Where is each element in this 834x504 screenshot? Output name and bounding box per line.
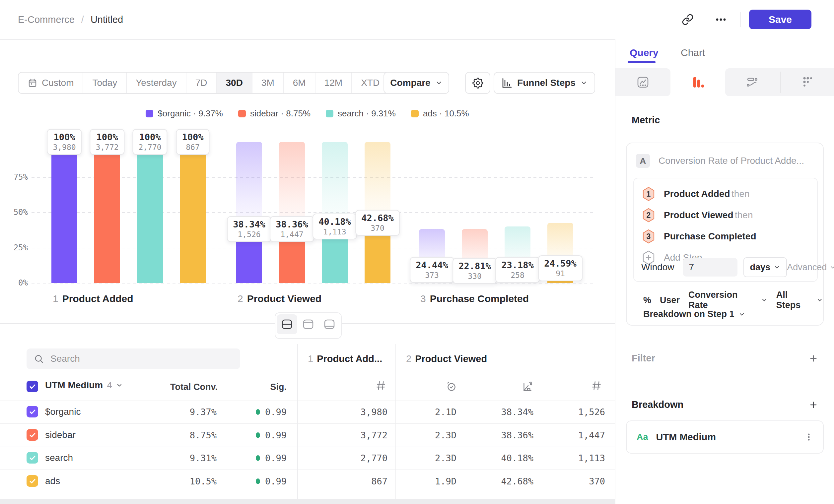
- step-axis-label: 2Product Viewed: [238, 293, 322, 304]
- table-bottom-scroll-area[interactable]: [0, 499, 615, 504]
- kebab-menu-icon[interactable]: [803, 431, 814, 443]
- metric-type-funnel-selected[interactable]: [671, 68, 725, 96]
- query-panel: Query Chart: [615, 39, 834, 504]
- bar-value-label: 42.68%370: [355, 210, 400, 236]
- select-all-checkbox[interactable]: [26, 381, 38, 392]
- hash-icon[interactable]: [591, 380, 602, 391]
- chevron-down-icon: [739, 311, 745, 318]
- table-cell: 1,526: [578, 407, 605, 417]
- row-checkbox-sidebar[interactable]: [26, 429, 38, 441]
- search-icon: [34, 354, 44, 364]
- metric-type-insights[interactable]: [615, 68, 670, 96]
- row-separator: [0, 446, 615, 447]
- bar-value-label: 100%3,772: [90, 129, 125, 155]
- measure-all-steps[interactable]: All Steps: [776, 290, 823, 311]
- row-checkbox-organic[interactable]: [26, 406, 38, 417]
- funnel-bar-sidebar-step1[interactable]: [94, 142, 120, 283]
- search-input[interactable]: [50, 353, 217, 364]
- bar-value-label: 22.81%330: [453, 258, 497, 284]
- window-value-input[interactable]: [683, 258, 738, 277]
- bar-value-label: 100%2,770: [132, 129, 167, 155]
- metric-header[interactable]: A Conversion Rate of Product Adde...: [636, 154, 804, 168]
- funnel-bar-organic-step1[interactable]: [51, 142, 77, 283]
- more-options-button[interactable]: [712, 11, 729, 28]
- breakdown-property-name: UTM Medium: [656, 432, 716, 443]
- row-label[interactable]: search: [45, 453, 73, 463]
- add-filter-button[interactable]: [809, 354, 818, 363]
- metric-letter-badge: A: [636, 154, 650, 168]
- bar-value-label: 38.34%1,526: [227, 216, 271, 242]
- sig-dot: [256, 409, 260, 415]
- funnel-step-2[interactable]: 2Product Viewed then: [641, 208, 753, 223]
- tab-chart[interactable]: Chart: [681, 47, 705, 59]
- sig-dot: [256, 432, 260, 438]
- metric-type-strip: [615, 68, 834, 96]
- sig-header[interactable]: Sig.: [270, 382, 287, 392]
- measure-conversion-rate[interactable]: Conversion Rate: [688, 290, 768, 311]
- funnel-bar-ads-step1[interactable]: [180, 142, 206, 283]
- row-label[interactable]: ads: [45, 476, 60, 486]
- breakdown-label: Breakdown: [632, 399, 683, 410]
- chevron-down-icon: [829, 264, 834, 271]
- significance-value: 0.99: [256, 407, 287, 417]
- column-divider: [297, 344, 298, 499]
- table-cell: 2.3D: [435, 430, 457, 440]
- add-breakdown-button[interactable]: [809, 400, 818, 410]
- advanced-dropdown[interactable]: Advanced: [787, 262, 834, 273]
- row-checkbox-ads[interactable]: [26, 475, 38, 487]
- group-column-header[interactable]: UTM Medium 4: [45, 380, 123, 391]
- hash-icon[interactable]: [375, 380, 387, 391]
- bar-value-label: 24.44%373: [410, 257, 454, 283]
- save-button[interactable]: Save: [749, 9, 811, 29]
- funnel-bar-search-step1[interactable]: [137, 142, 163, 283]
- layout-table-only[interactable]: [319, 314, 340, 334]
- step-number-badge: 1: [641, 186, 656, 202]
- breakdown-on-label: Breakdown on Step 1: [643, 309, 734, 319]
- measure-user: User: [660, 295, 680, 305]
- step-number-badge: 3: [641, 229, 656, 244]
- funnel-analysis-app: E-Commerce / Untitled Save CustomTodayYe…: [0, 0, 834, 504]
- conv-chart-icon[interactable]: [521, 380, 534, 393]
- breakdown-section-header: Breakdown: [632, 399, 818, 410]
- row-checkbox-search[interactable]: [26, 452, 38, 463]
- window-row: Window days Advanced: [641, 257, 834, 277]
- tab-query[interactable]: Query: [630, 47, 659, 59]
- string-property-icon: Aa: [637, 432, 648, 442]
- copy-link-button[interactable]: [679, 11, 696, 28]
- breakdown-on-step-dropdown[interactable]: Breakdown on Step 1: [643, 309, 745, 319]
- table-cell: 2,770: [360, 453, 388, 463]
- measure--: %: [643, 295, 651, 305]
- window-unit-dropdown[interactable]: days: [743, 257, 787, 277]
- link-icon: [682, 14, 694, 25]
- layout-chart-only[interactable]: [298, 314, 319, 334]
- table-cell: 42.68%: [501, 476, 533, 486]
- ellipsis-icon: [714, 13, 727, 26]
- avg-time-icon[interactable]: [445, 380, 458, 393]
- funnel-step-1[interactable]: 1Product Added then: [641, 186, 750, 202]
- row-label[interactable]: sidebar: [45, 430, 75, 440]
- funnel-bars-icon: [690, 75, 706, 90]
- line-chart-icon: [636, 75, 650, 90]
- metric-type-flows[interactable]: [725, 68, 780, 96]
- active-tab-underline: [628, 61, 656, 63]
- sig-dot: [256, 455, 260, 461]
- breakdown-property-card[interactable]: Aa UTM Medium: [626, 420, 824, 454]
- bar-value-label: 38.36%1,447: [270, 216, 314, 242]
- metric-type-retention[interactable]: [780, 68, 834, 96]
- total-conv-header[interactable]: Total Conv.: [170, 382, 218, 392]
- metric-name: Conversion Rate of Product Adde...: [659, 156, 804, 166]
- table-cell: 3,772: [360, 430, 388, 440]
- layout-split[interactable]: [277, 314, 297, 334]
- filter-label: Filter: [632, 353, 655, 364]
- filter-section-header: Filter: [632, 353, 818, 364]
- y-axis-tick: 50%: [5, 208, 28, 217]
- row-label[interactable]: $organic: [45, 407, 81, 417]
- bar-value-label: 100%867: [176, 129, 209, 155]
- advanced-label: Advanced: [787, 262, 827, 273]
- funnel-step-3[interactable]: 3Purchase Completed: [641, 229, 756, 244]
- table-cell: 1,447: [578, 430, 605, 440]
- bar-value-label: 23.18%258: [495, 257, 540, 283]
- table-cell: 2.3D: [435, 453, 457, 463]
- significance-value: 0.99: [256, 476, 287, 486]
- measurement-row: %UserConversion RateAll Steps: [643, 290, 823, 311]
